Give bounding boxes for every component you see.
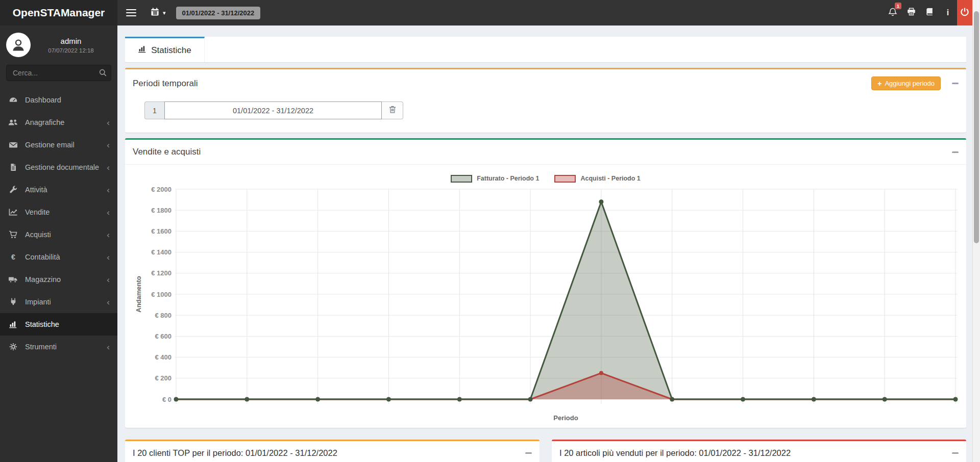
envelope-icon — [8, 141, 18, 149]
calendar-icon — [151, 8, 159, 18]
period-row: 1 — [144, 101, 403, 119]
chevron-left-icon: ‹ — [107, 186, 110, 194]
sidebar-item-strumenti[interactable]: Strumenti ‹ — [0, 336, 117, 358]
document-icon — [8, 163, 18, 171]
search-icon — [99, 70, 107, 78]
svg-text:€ 400: € 400 — [155, 353, 172, 361]
sidebar-toggle-icon[interactable] — [126, 9, 136, 17]
book-icon — [925, 8, 934, 18]
login-datetime: 07/07/2022 12:18 — [31, 47, 111, 54]
chevron-left-icon: ‹ — [107, 253, 110, 262]
chevron-left-icon: ‹ — [107, 208, 110, 217]
sidebar-item-dashboard[interactable]: Dashboard — [0, 89, 117, 111]
printer-icon — [907, 8, 916, 18]
sidebar-item-acquisti[interactable]: Acquisti ‹ — [0, 223, 117, 246]
power-icon — [960, 7, 969, 18]
sales-purchases-card: Vendite e acquisti Fatturato - Periodo 1… — [125, 138, 966, 428]
sidebar-item-contabilita[interactable]: € Contabilità ‹ — [0, 246, 117, 268]
print-button[interactable] — [902, 0, 920, 25]
periods-card-header: Periodi temporali + Aggiungi periodo — [125, 69, 966, 97]
svg-text:€ 1200: € 1200 — [151, 269, 172, 277]
svg-text:€ 1000: € 1000 — [151, 291, 172, 298]
top-clients-card: I 20 clienti TOP per il periodo: 01/01/2… — [125, 440, 540, 462]
collapse-clients-button[interactable] — [525, 452, 532, 454]
collapse-periods-button[interactable] — [952, 83, 959, 84]
delete-period-button[interactable] — [382, 101, 403, 119]
sidebar-item-gestione-documentale[interactable]: Gestione documentale ‹ — [0, 156, 117, 178]
collapse-sales-button[interactable] — [952, 151, 959, 153]
users-icon — [8, 118, 18, 126]
sidebar: admin 07/07/2022 12:18 Dashboard Anagraf… — [0, 25, 117, 462]
user-info: admin 07/07/2022 12:18 — [31, 37, 111, 54]
sidebar-item-attivita[interactable]: Attività ‹ — [0, 178, 117, 201]
plug-icon — [8, 298, 18, 306]
gear-icon — [8, 343, 18, 351]
logout-button[interactable] — [957, 0, 972, 25]
sidebar-item-anagrafiche[interactable]: Anagrafiche ‹ — [0, 111, 117, 134]
periods-card-title: Periodi temporali — [133, 79, 198, 89]
periods-card-body: 1 — [125, 97, 966, 133]
search-input[interactable] — [6, 65, 111, 81]
sales-chart-area: Fatturato - Periodo 1 Acquisti - Periodo… — [125, 165, 966, 428]
svg-text:€ 1400: € 1400 — [151, 248, 172, 256]
sidebar-item-statistiche[interactable]: Statistiche — [0, 313, 117, 336]
acquisti-swatch — [554, 175, 576, 183]
sales-line-chart: € 0€ 200€ 400€ 600€ 800€ 1000€ 1200€ 140… — [133, 184, 959, 424]
trash-icon — [389, 106, 396, 115]
legend-item-fatturato[interactable]: Fatturato - Periodo 1 — [451, 175, 539, 183]
svg-text:€ 1600: € 1600 — [151, 227, 172, 235]
notifications-button[interactable]: 1 — [884, 0, 902, 25]
chevron-left-icon: ‹ — [107, 230, 110, 239]
svg-text:€ 2000: € 2000 — [151, 186, 172, 193]
svg-text:€ 800: € 800 — [155, 312, 172, 319]
bar-chart-icon — [138, 45, 146, 56]
svg-text:€ 1800: € 1800 — [151, 207, 172, 214]
info-icon: i — [947, 8, 949, 17]
fatturato-swatch — [451, 175, 472, 183]
chevron-left-icon: ‹ — [107, 275, 110, 284]
sidebar-menu: Dashboard Anagrafiche ‹ Gestione email ‹… — [0, 89, 117, 358]
cart-icon — [8, 230, 18, 239]
sidebar-item-gestione-email[interactable]: Gestione email ‹ — [0, 134, 117, 156]
period-range-input[interactable] — [164, 101, 382, 119]
plus-icon: + — [877, 80, 881, 87]
docs-button[interactable] — [920, 0, 939, 25]
svg-text:€: € — [11, 253, 15, 261]
svg-text:€ 200: € 200 — [155, 374, 172, 382]
add-period-button[interactable]: + Aggiungi periodo — [871, 76, 941, 90]
period-index: 1 — [144, 101, 164, 119]
chevron-left-icon: ‹ — [107, 163, 110, 172]
legend-item-acquisti[interactable]: Acquisti - Periodo 1 — [554, 175, 640, 183]
chart-line-icon — [8, 208, 18, 216]
info-button[interactable]: i — [939, 0, 957, 25]
truck-icon — [8, 275, 18, 284]
window-scrollbar[interactable] — [972, 0, 980, 462]
sidebar-item-impianti[interactable]: Impianti ‹ — [0, 291, 117, 313]
user-panel: admin 07/07/2022 12:18 — [0, 25, 117, 62]
app-logo[interactable]: OpenSTAManager — [0, 0, 117, 25]
tab-statistiche[interactable]: Statistiche — [125, 37, 205, 62]
tab-bar: Statistiche — [125, 37, 966, 62]
dashboard-icon — [8, 96, 18, 104]
period-picker-button[interactable]: ▾ — [151, 8, 166, 18]
chevron-left-icon: ‹ — [107, 118, 110, 127]
collapse-articles-button[interactable] — [952, 452, 959, 454]
topbar-main: ▾ 01/01/2022 - 31/12/2022 1 i — [117, 0, 980, 25]
sidebar-search — [6, 65, 111, 81]
svg-text:€ 0: € 0 — [162, 396, 172, 403]
search-submit-button[interactable] — [99, 69, 107, 78]
tab-label: Statistiche — [151, 45, 191, 56]
person-icon — [11, 37, 26, 53]
bar-chart-icon — [8, 320, 18, 328]
top-clients-title: I 20 clienti TOP per il periodo: 01/01/2… — [133, 448, 337, 458]
topbar: OpenSTAManager ▾ 01/01/2022 - 31/12/2022… — [0, 0, 980, 25]
notification-count-badge: 1 — [895, 3, 901, 9]
scrollbar-thumb[interactable] — [974, 11, 979, 243]
user-name: admin — [31, 37, 111, 45]
svg-text:Andamento: Andamento — [135, 276, 142, 313]
sidebar-item-magazzino[interactable]: Magazzino ‹ — [0, 268, 117, 291]
active-period-chip[interactable]: 01/01/2022 - 31/12/2022 — [176, 7, 261, 19]
bottom-cards-row: I 20 clienti TOP per il periodo: 01/01/2… — [125, 434, 966, 462]
sidebar-item-vendite[interactable]: Vendite ‹ — [0, 201, 117, 223]
chevron-left-icon: ‹ — [107, 343, 110, 351]
